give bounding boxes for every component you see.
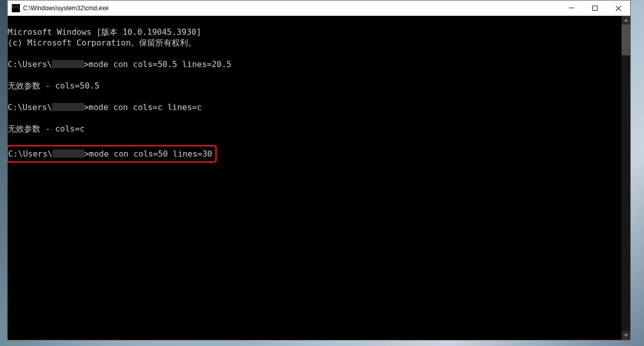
minimize-button[interactable]: [560, 1, 583, 16]
cmd-window: C:\Windows\system32\cmd.exe Microsoft Wi…: [7, 0, 631, 340]
terminal-output[interactable]: Microsoft Windows [版本 10.0.19045.3930] (…: [8, 16, 622, 340]
scroll-up-button[interactable]: [622, 16, 630, 25]
close-icon: [615, 5, 622, 11]
highlighted-command: C:\Users\>mode con cols=50 lines=30: [8, 145, 217, 163]
close-button[interactable]: [607, 1, 630, 16]
content-area: Microsoft Windows [版本 10.0.19045.3930] (…: [8, 16, 630, 340]
terminal-prompt-line: C:\Users\>mode con cols=50 lines=30: [8, 148, 212, 159]
chevron-up-icon: [624, 19, 628, 21]
redacted-username: [52, 60, 84, 68]
prompt-suffix: >: [84, 148, 89, 159]
prompt-prefix: C:\Users\: [8, 148, 53, 159]
command-text: mode con cols=c lines=c: [88, 102, 202, 113]
command-text: mode con cols=50.5 lines=20.5: [88, 59, 231, 70]
chevron-down-icon: [624, 334, 628, 337]
window-title: C:\Windows\system32\cmd.exe: [23, 5, 108, 12]
maximize-button[interactable]: [583, 1, 607, 16]
redacted-username: [53, 149, 84, 158]
maximize-icon: [592, 6, 597, 11]
prompt-prefix: C:\Users\: [8, 59, 52, 70]
scroll-track[interactable]: [622, 25, 630, 331]
cmd-app-icon: [12, 4, 20, 12]
terminal-line: (c) Microsoft Corporation。保留所有权利。: [8, 38, 196, 48]
vertical-scrollbar[interactable]: [622, 16, 630, 340]
terminal-error: 无效参数 - cols=50.5: [8, 81, 100, 91]
scroll-down-button[interactable]: [622, 331, 630, 340]
minimize-icon: [569, 8, 574, 8]
terminal-prompt-line: C:\Users\>mode con cols=c lines=c: [8, 102, 622, 113]
prompt-prefix: C:\Users\: [8, 102, 52, 113]
redacted-username: [52, 103, 84, 111]
command-text: mode con cols=50 lines=30: [89, 148, 212, 159]
scroll-thumb[interactable]: [622, 25, 630, 55]
titlebar[interactable]: C:\Windows\system32\cmd.exe: [8, 1, 630, 16]
terminal-error: 无效参数 - cols=c: [8, 124, 85, 134]
prompt-suffix: >: [84, 59, 89, 70]
terminal-line: Microsoft Windows [版本 10.0.19045.3930]: [8, 27, 201, 37]
prompt-suffix: >: [84, 102, 89, 113]
terminal-prompt-line: C:\Users\>mode con cols=50.5 lines=20.5: [8, 59, 622, 70]
